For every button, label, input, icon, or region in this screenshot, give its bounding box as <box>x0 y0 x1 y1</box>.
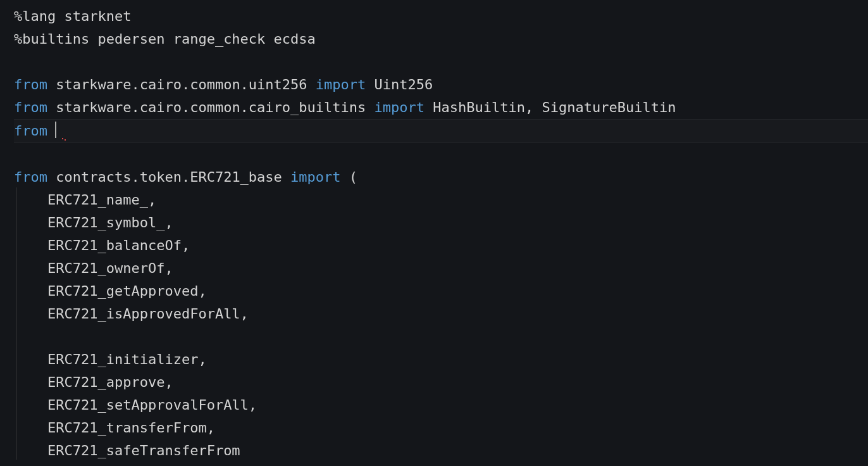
token-default: %lang starknet <box>14 8 131 24</box>
token-keyword: from <box>14 99 47 115</box>
token-keyword: import <box>290 169 340 185</box>
token-default: ERC721_initializer, <box>14 351 207 367</box>
token-keyword: import <box>316 77 366 92</box>
code-line[interactable]: ) <box>14 462 868 466</box>
code-line[interactable]: from starkware.cairo.common.cairo_builti… <box>14 96 868 119</box>
token-default: %builtins pedersen range_check ecdsa <box>14 31 316 47</box>
code-line[interactable]: ERC721_transferFrom, <box>14 417 868 439</box>
code-line[interactable] <box>14 51 868 73</box>
token-default <box>47 123 56 139</box>
code-line[interactable]: ERC721_safeTransferFrom <box>14 439 868 462</box>
code-line[interactable]: ERC721_setApprovalForAll, <box>14 394 868 417</box>
token-default: ERC721_safeTransferFrom <box>14 443 240 458</box>
code-line[interactable]: ERC721_balanceOf, <box>14 234 868 257</box>
token-default: ERC721_setApprovalForAll, <box>14 397 257 413</box>
code-line[interactable]: ERC721_symbol_, <box>14 211 868 234</box>
token-default: ERC721_isApprovedForAll, <box>14 306 249 322</box>
token-default: ERC721_name_, <box>14 192 156 208</box>
token-default: ERC721_symbol_, <box>14 215 173 230</box>
error-squiggle <box>61 138 66 141</box>
code-line[interactable]: ERC721_approve, <box>14 371 868 394</box>
token-default: Uint256 <box>366 77 433 92</box>
code-line[interactable]: from contracts.token.ERC721_base import … <box>14 166 868 189</box>
code-line[interactable]: from <box>14 119 868 143</box>
code-line[interactable]: %lang starknet <box>14 5 868 28</box>
token-keyword: from <box>14 169 47 185</box>
code-line[interactable]: ERC721_ownerOf, <box>14 257 868 280</box>
token-keyword: import <box>375 99 425 115</box>
token-default: HashBuiltin, SignatureBuiltin <box>425 99 676 115</box>
token-keyword: from <box>14 123 47 139</box>
token-default: ( <box>341 169 358 185</box>
token-default: ERC721_balanceOf, <box>14 237 190 253</box>
token-default: ERC721_ownerOf, <box>14 260 173 276</box>
indent-guide <box>16 187 17 460</box>
code-line[interactable] <box>14 143 868 166</box>
code-line[interactable] <box>14 325 868 348</box>
token-default: starkware.cairo.common.cairo_builtins <box>47 99 375 115</box>
code-line[interactable]: ERC721_getApproved, <box>14 280 868 303</box>
token-default: contracts.token.ERC721_base <box>47 169 290 185</box>
token-default: ERC721_approve, <box>14 374 173 390</box>
token-default: starkware.cairo.common.uint256 <box>47 77 316 92</box>
token-keyword: from <box>14 77 47 92</box>
code-line[interactable]: ERC721_isApprovedForAll, <box>14 303 868 325</box>
code-editor[interactable]: %lang starknet%builtins pedersen range_c… <box>0 0 868 466</box>
token-default: ERC721_transferFrom, <box>14 420 215 436</box>
code-line[interactable]: from starkware.cairo.common.uint256 impo… <box>14 73 868 96</box>
text-cursor <box>55 122 57 138</box>
token-default: ERC721_getApproved, <box>14 283 207 299</box>
code-line[interactable]: %builtins pedersen range_check ecdsa <box>14 28 868 51</box>
code-line[interactable]: ERC721_initializer, <box>14 348 868 371</box>
code-line[interactable]: ERC721_name_, <box>14 189 868 211</box>
